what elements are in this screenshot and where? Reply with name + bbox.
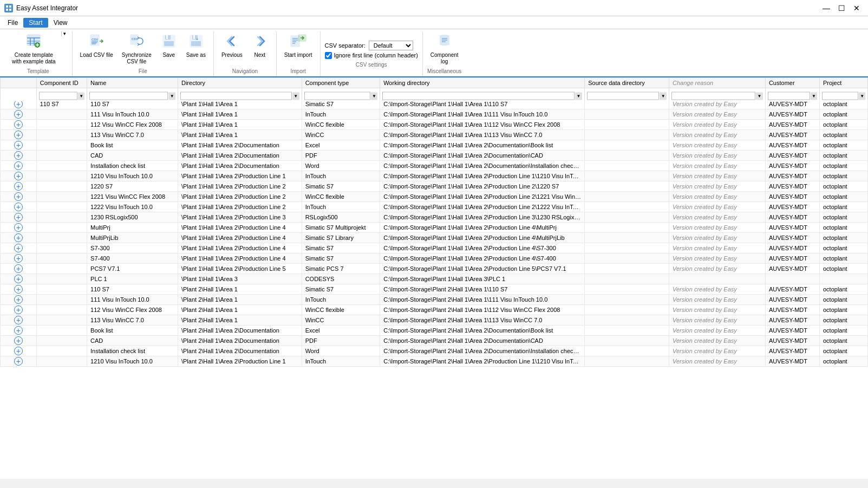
row-add-btn[interactable]: +	[1, 161, 37, 171]
add-row-icon[interactable]: +	[14, 275, 23, 283]
add-row-icon[interactable]: +	[14, 326, 23, 335]
table-row[interactable]: + 1210 Visu InTouch 10.0 \Plant 2\Hall 1…	[1, 356, 868, 367]
row-add-btn[interactable]: +	[1, 151, 37, 161]
save-as-button[interactable]: + Save as	[183, 31, 209, 60]
filter-name-input[interactable]	[89, 92, 168, 100]
row-add-btn[interactable]: +	[1, 253, 37, 264]
add-row-icon[interactable]: +	[14, 285, 23, 294]
maximize-button[interactable]: ☐	[834, 1, 849, 15]
add-row-icon[interactable]: +	[14, 254, 23, 263]
row-add-btn[interactable]: +	[1, 109, 37, 120]
row-add-btn[interactable]: +	[1, 171, 37, 181]
ignore-first-line-label[interactable]: Ignore first line (column header)	[325, 52, 418, 59]
row-add-btn[interactable]: +	[1, 140, 37, 151]
table-row[interactable]: + 1220 S7 \Plant 1\Hall 1\Area 2\Product…	[1, 181, 868, 192]
load-csv-button[interactable]: CSV Load CSV file	[77, 31, 116, 60]
filter-project-dropdown[interactable]: ▼	[859, 92, 865, 100]
row-add-btn[interactable]: +	[1, 336, 37, 346]
row-add-btn[interactable]: +	[1, 284, 37, 295]
add-row-icon[interactable]: +	[14, 161, 23, 170]
table-row[interactable]: + 113 Visu WinCC 7.0 \Plant 1\Hall 1\Are…	[1, 130, 868, 140]
add-row-icon[interactable]: +	[14, 316, 23, 324]
filter-customer-dropdown[interactable]: ▼	[811, 92, 817, 100]
save-button[interactable]: Save	[157, 31, 181, 60]
row-add-btn[interactable]: +	[1, 212, 37, 223]
add-row-icon[interactable]: +	[14, 151, 23, 160]
table-row[interactable]: + 110 S7 \Plant 2\Hall 1\Area 1 Simatic …	[1, 284, 868, 295]
minimize-button[interactable]: —	[819, 1, 833, 15]
table-row[interactable]: + 1230 RSLogix500 \Plant 1\Hall 1\Area 2…	[1, 212, 868, 223]
create-template-button[interactable]: Create templatewith example data	[9, 31, 59, 67]
add-row-icon[interactable]: +	[14, 223, 23, 232]
filter-srcdir-dropdown[interactable]: ▼	[660, 92, 667, 100]
add-row-icon[interactable]: +	[14, 172, 23, 180]
table-row[interactable]: + 112 Visu WinCC Flex 2008 \Plant 2\Hall…	[1, 305, 868, 315]
filter-directory-dropdown[interactable]: ▼	[292, 92, 299, 100]
table-row[interactable]: + CAD \Plant 1\Hall 1\Area 2\Documentati…	[1, 151, 868, 161]
add-row-icon[interactable]: +	[14, 203, 23, 211]
filter-reason-dropdown[interactable]: ▼	[756, 92, 763, 100]
table-row[interactable]: + PCS7 V7.1 \Plant 1\Hall 1\Area 2\Produ…	[1, 264, 868, 274]
table-row[interactable]: + 112 Visu WinCC Flex 2008 \Plant 1\Hall…	[1, 120, 868, 130]
filter-reason-input[interactable]	[671, 92, 755, 100]
table-row[interactable]: + 1222 Visu InTouch 10.0 \Plant 1\Hall 1…	[1, 202, 868, 212]
create-template-dropdown[interactable]: ▼	[61, 31, 68, 36]
table-row[interactable]: + 1210 Visu InTouch 10.0 \Plant 1\Hall 1…	[1, 171, 868, 181]
add-row-icon[interactable]: +	[14, 233, 23, 242]
row-add-btn[interactable]: +	[1, 233, 37, 243]
filter-name-dropdown[interactable]: ▼	[168, 92, 175, 100]
row-add-btn[interactable]: +	[1, 346, 37, 356]
add-row-icon[interactable]: +	[14, 192, 23, 201]
close-button[interactable]: ✕	[850, 1, 864, 15]
row-add-btn[interactable]: +	[1, 243, 37, 253]
menu-view[interactable]: View	[48, 18, 73, 28]
row-add-btn[interactable]: +	[1, 274, 37, 284]
filter-workdir-input[interactable]	[382, 92, 575, 100]
menu-file[interactable]: File	[2, 18, 23, 28]
filter-directory-input[interactable]	[180, 92, 292, 100]
component-log-button[interactable]: Componentlog	[427, 31, 462, 67]
menu-start[interactable]: Start	[23, 18, 48, 28]
add-row-icon[interactable]: +	[14, 131, 23, 139]
row-add-btn[interactable]: +	[1, 223, 37, 233]
filter-project-input[interactable]	[822, 92, 858, 100]
table-row[interactable]: + MultiPrjLib \Plant 1\Hall 1\Area 2\Pro…	[1, 233, 868, 243]
add-row-icon[interactable]: +	[14, 336, 23, 345]
row-add-btn[interactable]: +	[1, 356, 37, 367]
table-row[interactable]: + Installation check list \Plant 2\Hall …	[1, 346, 868, 356]
table-row[interactable]: + Book list \Plant 2\Hall 1\Area 2\Docum…	[1, 326, 868, 336]
add-row-icon[interactable]: +	[14, 347, 23, 355]
table-row[interactable]: + 111 Visu InTouch 10.0 \Plant 2\Hall 1\…	[1, 295, 868, 305]
table-row[interactable]: + Installation check list \Plant 1\Hall …	[1, 161, 868, 171]
table-row[interactable]: + Book list \Plant 1\Hall 1\Area 2\Docum…	[1, 140, 868, 151]
add-row-icon[interactable]: +	[14, 264, 23, 273]
add-row-icon[interactable]: +	[14, 110, 23, 119]
add-row-icon[interactable]: +	[14, 305, 23, 314]
add-row-icon[interactable]: +	[14, 244, 23, 252]
add-row-icon[interactable]: +	[14, 213, 23, 222]
row-add-btn[interactable]: +	[1, 202, 37, 212]
table-row[interactable]: + S7-300 \Plant 1\Hall 1\Area 2\Producti…	[1, 243, 868, 253]
add-row-icon[interactable]: +	[14, 295, 23, 304]
table-row[interactable]: + S7-400 \Plant 1\Hall 1\Area 2\Producti…	[1, 253, 868, 264]
filter-srcdir-input[interactable]	[587, 92, 659, 100]
previous-button[interactable]: Previous	[218, 31, 246, 60]
filter-type-input[interactable]	[304, 92, 370, 100]
filter-component-id-input[interactable]	[39, 92, 78, 100]
table-row[interactable]: + MultiPrj \Plant 1\Hall 1\Area 2\Produc…	[1, 223, 868, 233]
add-row-icon[interactable]: +	[14, 182, 23, 191]
add-row-icon[interactable]: +	[14, 120, 23, 129]
add-row-icon[interactable]: +	[14, 357, 23, 366]
table-row[interactable]: + PLC 1 \Plant 1\Hall 1\Area 3 CODESYS C…	[1, 274, 868, 284]
next-button[interactable]: Next	[248, 31, 272, 60]
synchronize-csv-button[interactable]: CSV SynchronizeCSV file	[119, 31, 155, 67]
row-add-btn[interactable]: +	[1, 305, 37, 315]
filter-type-dropdown[interactable]: ▼	[371, 92, 378, 100]
filter-customer-input[interactable]	[768, 92, 810, 100]
start-import-button[interactable]: Start import	[281, 31, 316, 60]
table-row[interactable]: + 113 Visu WinCC 7.0 \Plant 2\Hall 1\Are…	[1, 315, 868, 326]
row-add-btn[interactable]: +	[1, 130, 37, 140]
row-add-btn[interactable]: +	[1, 295, 37, 305]
filter-component-id-dropdown[interactable]: ▼	[78, 92, 84, 100]
row-add-btn[interactable]: +	[1, 315, 37, 326]
